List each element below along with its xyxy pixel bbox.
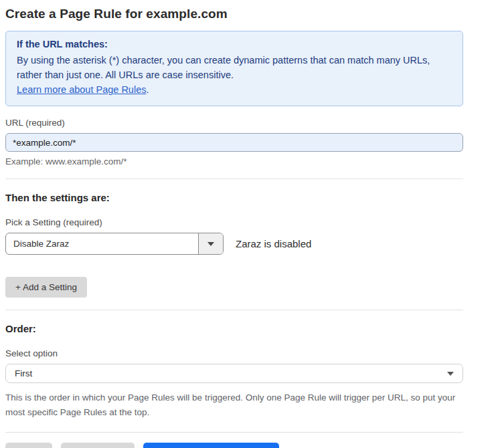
divider <box>5 179 463 179</box>
setting-select-arrow-button[interactable] <box>198 233 223 254</box>
learn-more-link[interactable]: Learn more about Page Rules <box>17 84 146 95</box>
setting-picker-label: Pick a Setting (required) <box>5 217 463 227</box>
url-example-text: Example: www.example.com/* <box>5 156 463 166</box>
chevron-down-icon <box>447 372 454 376</box>
url-match-info-banner: If the URL matches: By using the asteris… <box>5 31 463 106</box>
setting-select-value: Disable Zaraz <box>6 233 198 254</box>
setting-select[interactable]: Disable Zaraz <box>5 233 224 255</box>
order-help-text: This is the order in which your Page Rul… <box>5 390 461 420</box>
url-input[interactable] <box>5 133 463 152</box>
add-setting-button[interactable]: + Add a Setting <box>5 277 87 298</box>
url-field-label: URL (required) <box>5 118 463 128</box>
save-deploy-button[interactable]: Save and Deploy Page Rule <box>143 443 280 448</box>
setting-row: Disable Zaraz Zaraz is disabled <box>5 233 463 255</box>
divider <box>5 310 463 310</box>
cancel-button[interactable]: Cancel <box>5 443 52 448</box>
order-select-label: Select option <box>5 348 463 358</box>
link-suffix: . <box>146 84 149 95</box>
order-section-heading: Order: <box>5 323 463 334</box>
info-banner-heading: If the URL matches: <box>17 39 452 49</box>
chevron-down-icon <box>207 242 214 246</box>
form-actions: Cancel Save as Draft Save and Deploy Pag… <box>5 443 463 448</box>
setting-status-text: Zaraz is disabled <box>236 238 311 249</box>
settings-section-heading: Then the settings are: <box>5 192 463 203</box>
save-draft-button[interactable]: Save as Draft <box>61 443 135 448</box>
order-select-value: First <box>15 368 32 378</box>
order-select[interactable]: First <box>5 364 463 383</box>
info-banner-body: By using the asterisk (*) character, you… <box>17 53 438 82</box>
page-title: Create a Page Rule for example.com <box>5 7 463 21</box>
divider <box>5 432 463 433</box>
page-rule-form: Create a Page Rule for example.com If th… <box>5 0 463 448</box>
